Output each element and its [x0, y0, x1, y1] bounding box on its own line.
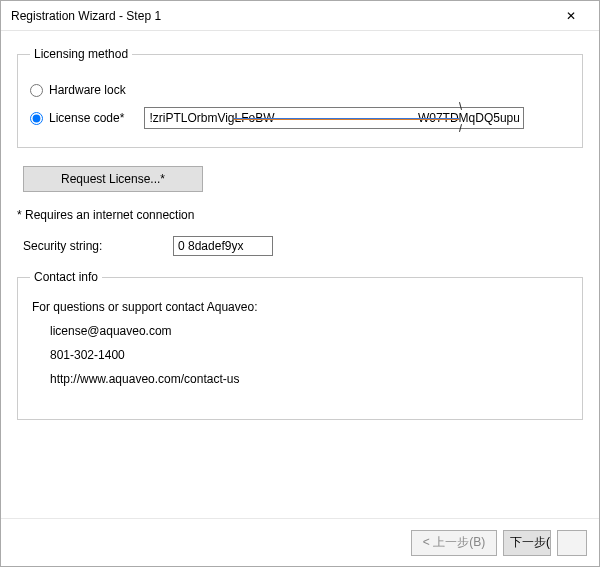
license-code-input[interactable]	[144, 107, 524, 129]
hardware-lock-label: Hardware lock	[49, 83, 126, 97]
next-button[interactable]: 下一步(N	[503, 530, 551, 556]
contact-url: http://www.aquaveo.com/contact-us	[50, 372, 570, 386]
hardware-lock-radio[interactable]	[30, 84, 43, 97]
internet-connection-note: * Requires an internet connection	[17, 208, 583, 222]
license-code-option[interactable]: License code*	[30, 111, 124, 125]
titlebar: Registration Wizard - Step 1 ✕	[1, 1, 599, 31]
request-license-button[interactable]: Request License...*	[23, 166, 203, 192]
contact-info-group: Contact info For questions or support co…	[17, 270, 583, 420]
licensing-method-legend: Licensing method	[30, 47, 132, 61]
license-code-wrap	[124, 107, 524, 129]
security-string-label: Security string:	[23, 239, 173, 253]
security-string-input[interactable]	[173, 236, 273, 256]
contact-phone: 801-302-1400	[50, 348, 570, 362]
licensing-method-group: Licensing method Hardware lock License c…	[17, 47, 583, 148]
security-string-row: Security string:	[23, 236, 583, 256]
registration-wizard-window: Registration Wizard - Step 1 ✕ Licensing…	[0, 0, 600, 567]
window-title: Registration Wizard - Step 1	[11, 9, 161, 23]
contact-heading: For questions or support contact Aquaveo…	[32, 300, 570, 314]
hardware-lock-row: Hardware lock	[30, 79, 570, 101]
license-code-label: License code*	[49, 111, 124, 125]
license-code-row: License code*	[30, 107, 570, 129]
wizard-footer: < 上一步(B) 下一步(N	[1, 518, 599, 566]
close-icon[interactable]: ✕	[551, 2, 591, 30]
content-area: Licensing method Hardware lock License c…	[1, 31, 599, 518]
contact-info-legend: Contact info	[30, 270, 102, 284]
license-code-radio[interactable]	[30, 112, 43, 125]
third-button[interactable]	[557, 530, 587, 556]
contact-email: license@aquaveo.com	[50, 324, 570, 338]
back-button[interactable]: < 上一步(B)	[411, 530, 497, 556]
hardware-lock-option[interactable]: Hardware lock	[30, 83, 126, 97]
